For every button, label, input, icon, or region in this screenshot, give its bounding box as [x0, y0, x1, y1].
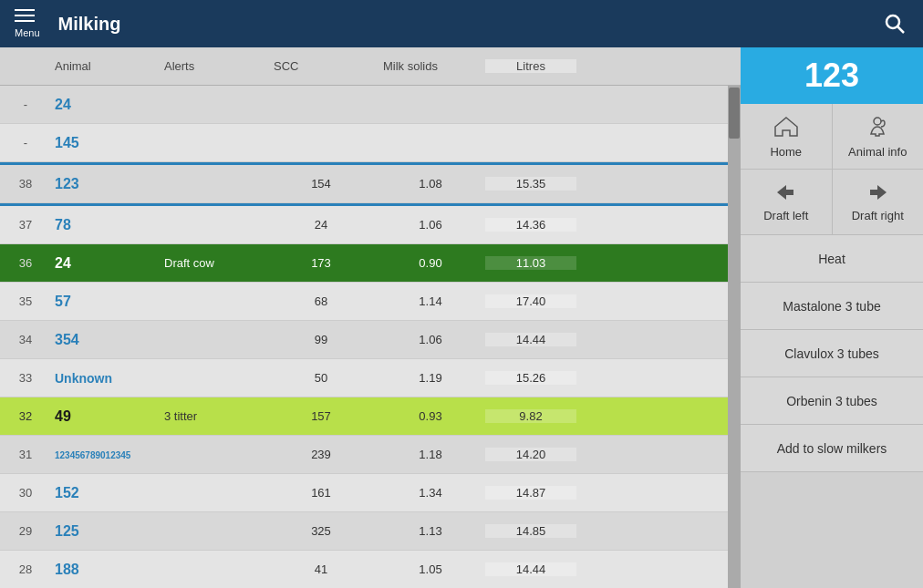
table-row[interactable]: 34 354 99 1.06 14.44 [0, 321, 741, 359]
animal-id: 145 [47, 135, 157, 151]
milk-solids-cell: 1.34 [376, 486, 485, 500]
milk-solids-cell: 1.08 [376, 177, 485, 191]
table-row[interactable]: 30 152 161 1.34 14.87 [0, 474, 741, 512]
table-row[interactable]: - 24 [0, 86, 741, 124]
app-header: Menu Milking [0, 0, 923, 47]
milk-solids-cell: 0.93 [376, 409, 485, 423]
scc-cell: 239 [266, 448, 376, 461]
page-title: Milking [58, 14, 863, 35]
table-row[interactable]: 32 49 3 titter 157 0.93 9.82 [0, 397, 741, 436]
row-num: 38 [4, 177, 47, 191]
litres-cell: 9.82 [485, 409, 576, 423]
alerts-cell: 3 titter [157, 409, 266, 423]
slow-milkers-button[interactable]: Add to slow milkers [741, 425, 923, 472]
menu-button[interactable]: Menu [11, 5, 44, 42]
table-row[interactable]: - 145 [0, 124, 741, 162]
table-row[interactable]: 33 Unknown 50 1.19 15.26 [0, 359, 741, 397]
litres-cell: 14.44 [485, 562, 576, 576]
animal-id: 125 [47, 523, 157, 540]
scc-cell: 50 [266, 371, 376, 385]
table-row[interactable]: 28 188 41 1.05 14.44 [0, 551, 741, 588]
col-header-litres: Litres [485, 59, 576, 73]
milk-solids-cell: 1.14 [376, 294, 485, 308]
milk-solids-cell: 1.06 [376, 333, 485, 346]
scrollbar-thumb[interactable] [729, 88, 740, 139]
search-icon [882, 11, 907, 36]
scc-cell: 68 [266, 294, 376, 308]
animal-id: 49 [47, 408, 157, 425]
heat-button[interactable]: Heat [741, 235, 923, 283]
animal-id: 78 [47, 217, 157, 233]
milk-solids-cell: 1.19 [376, 371, 485, 385]
litres-cell: 14.87 [485, 486, 576, 500]
milking-table-area: Animal Alerts SCC Milk solids Litres - 2… [0, 47, 741, 588]
col-header-animal: Animal [47, 59, 157, 73]
orbenin-button[interactable]: Orbenin 3 tubes [741, 377, 923, 425]
scc-cell: 41 [266, 562, 376, 576]
row-num: - [4, 136, 47, 150]
table-row[interactable]: 38 123 154 1.08 15.35 [0, 165, 741, 203]
scc-cell: 325 [266, 524, 376, 538]
svg-point-0 [887, 15, 899, 28]
row-num: 36 [4, 256, 47, 270]
draft-right-button[interactable]: Draft right [833, 170, 924, 234]
scrollbar[interactable] [728, 86, 741, 588]
row-num: 37 [4, 218, 47, 232]
right-panel: 123 Home Animal info [741, 47, 923, 588]
milk-solids-cell: 1.05 [376, 562, 485, 576]
panel-animal-number: 123 [741, 47, 923, 104]
row-num: - [4, 98, 47, 111]
panel-draft-actions: Draft left Draft right [741, 170, 923, 235]
milk-solids-cell: 1.18 [376, 448, 485, 461]
animal-info-button[interactable]: Animal info [833, 104, 924, 169]
draft-left-icon [773, 181, 799, 203]
animal-id: Unknown [47, 371, 157, 386]
litres-cell: 15.26 [485, 371, 576, 385]
scc-cell: 99 [266, 333, 376, 346]
svg-point-2 [874, 118, 881, 125]
menu-label: Menu [15, 27, 40, 38]
panel-top-actions: Home Animal info [741, 104, 923, 170]
animal-id: 24 [47, 97, 157, 113]
table-row[interactable]: 37 78 24 1.06 14.36 [0, 206, 741, 244]
litres-cell: 11.03 [485, 256, 576, 270]
milk-solids-cell: 1.06 [376, 218, 485, 232]
mastalone-button[interactable]: Mastalone 3 tube [741, 283, 923, 330]
main-content: Animal Alerts SCC Milk solids Litres - 2… [0, 47, 923, 588]
draft-left-button[interactable]: Draft left [741, 170, 833, 234]
col-header-alerts: Alerts [157, 59, 266, 73]
home-icon [773, 114, 799, 139]
svg-line-1 [898, 27, 905, 34]
home-button[interactable]: Home [741, 104, 833, 169]
table-row[interactable]: 31 12345678901234​5 239 1.18 14.20 [0, 436, 741, 474]
col-header-scc: SCC [266, 59, 376, 73]
litres-cell: 14.44 [485, 333, 576, 346]
table-body: - 24 - 145 38 [0, 86, 741, 588]
row-num: 33 [4, 371, 47, 385]
row-num: 32 [4, 409, 47, 423]
animal-id: 24 [47, 255, 157, 272]
search-button[interactable] [877, 6, 912, 41]
scc-cell: 154 [266, 177, 376, 191]
draft-right-icon [865, 181, 890, 203]
table-row[interactable]: 35 57 68 1.14 17.40 [0, 283, 741, 321]
scc-cell: 173 [266, 256, 376, 270]
animal-id: 354 [47, 332, 157, 348]
animal-id: 12345678901234​5 [47, 448, 157, 461]
table-header: Animal Alerts SCC Milk solids Litres [0, 47, 741, 86]
scc-cell: 157 [266, 409, 376, 423]
row-num: 29 [4, 524, 47, 538]
litres-cell: 15.35 [485, 177, 576, 191]
row-num: 35 [4, 294, 47, 308]
row-num: 31 [4, 448, 47, 461]
litres-cell: 14.20 [485, 448, 576, 461]
clavulox-button[interactable]: Clavulox 3 tubes [741, 330, 923, 377]
table-row[interactable]: 36 24 Draft cow 173 0.90 11.03 [0, 244, 741, 283]
table-row[interactable]: 29 125 325 1.13 14.85 [0, 512, 741, 551]
litres-cell: 14.85 [485, 524, 576, 538]
animal-info-icon [865, 114, 890, 139]
alerts-cell: Draft cow [157, 256, 266, 270]
row-num: 28 [4, 562, 47, 576]
litres-cell: 17.40 [485, 294, 576, 308]
row-num: 34 [4, 333, 47, 346]
